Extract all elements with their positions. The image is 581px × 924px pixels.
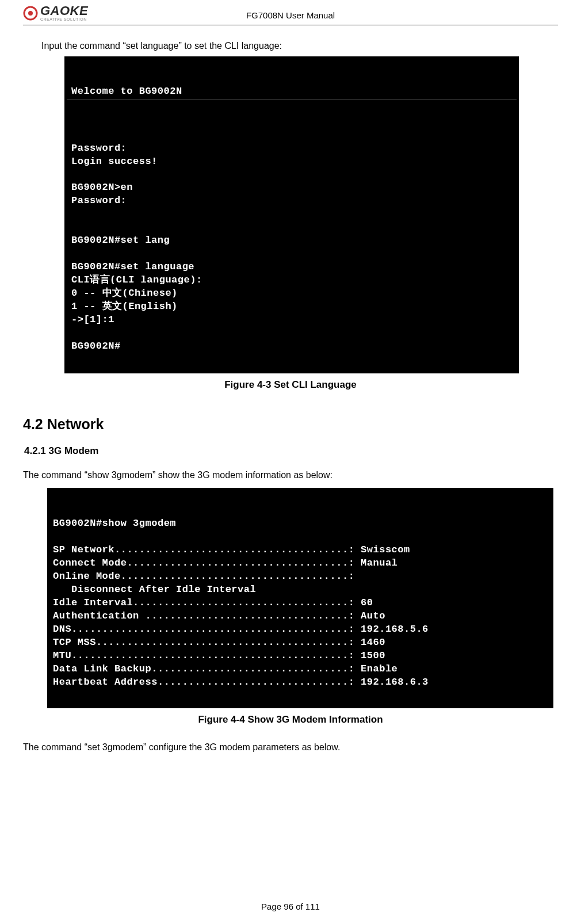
page-footer: Page 96 of 111 (0, 902, 581, 911)
page-header: GAOKE CREATIVE SOLUTION FG7008N User Man… (23, 0, 558, 24)
terminal-body: Password: Login success! BG9002N>en Pass… (71, 129, 512, 353)
figure-caption-4-4: Figure 4-4 Show 3G Modem Information (23, 714, 558, 726)
terminal-title-text: Welcome to BG9002N (71, 86, 182, 97)
terminal-body: BG9002N#show 3gmodem SP Network.........… (53, 517, 548, 689)
document-title: FG7008N User Manual (0, 10, 581, 20)
figure-caption-4-3: Figure 4-3 Set CLI Language (23, 379, 558, 391)
terminal-title-bar: Welcome to BG9002N (67, 85, 517, 100)
network-intro-paragraph: The command “show 3gmodem” show the 3G m… (23, 468, 558, 482)
terminal-screenshot-show-3gmodem: BG9002N#show 3gmodem SP Network.........… (47, 488, 553, 708)
header-rule (23, 25, 558, 25)
intro-paragraph: Input the command “set language” to set … (23, 39, 558, 53)
post-paragraph: The command “set 3gmodem” configure the … (23, 740, 558, 754)
heading-network: 4.2 Network (23, 416, 558, 433)
terminal-screenshot-set-language: Welcome to BG9002N Password: Login succe… (64, 56, 519, 373)
heading-3g-modem: 4.2.1 3G Modem (24, 445, 558, 457)
